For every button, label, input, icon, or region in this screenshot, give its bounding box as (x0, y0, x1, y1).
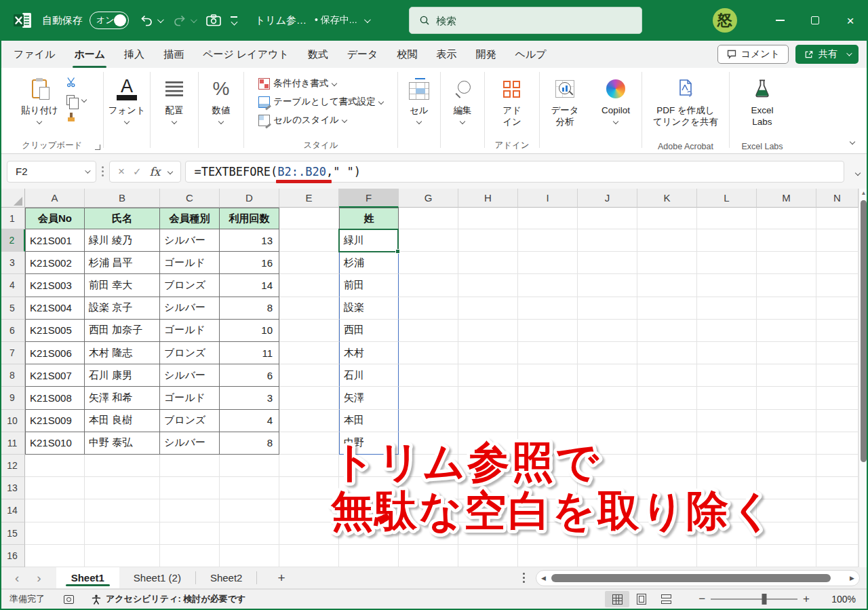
close-button[interactable]: × (833, 0, 868, 41)
tab-ファイル[interactable]: ファイル (4, 41, 64, 68)
horizontal-scroll-thumb[interactable] (551, 574, 831, 582)
undo-button[interactable] (140, 14, 162, 27)
cell-M6[interactable] (757, 320, 816, 342)
cell-L5[interactable] (697, 297, 757, 320)
tab-表示[interactable]: 表示 (427, 41, 466, 68)
row-header-4[interactable]: 4 (0, 274, 25, 297)
cell-I9[interactable] (518, 387, 578, 409)
row-header-14[interactable]: 14 (0, 499, 25, 522)
cell-G7[interactable] (399, 342, 458, 364)
column-header-B[interactable]: B (85, 189, 160, 208)
row-header-15[interactable]: 15 (0, 522, 25, 545)
cell-J2[interactable] (578, 229, 637, 252)
cell-B3[interactable]: 杉浦 昌平 (85, 252, 160, 274)
cell-J5[interactable] (578, 297, 637, 320)
cell-C8[interactable]: シルバー (160, 364, 220, 387)
cell-A5[interactable]: K21S004 (25, 297, 85, 320)
collapse-ribbon-button[interactable] (850, 134, 867, 153)
cell-H9[interactable] (458, 387, 518, 409)
search-input[interactable] (436, 15, 626, 26)
zoom-level[interactable]: 100% (825, 594, 856, 605)
row-header-3[interactable]: 3 (0, 252, 25, 274)
cell-E3[interactable] (279, 252, 339, 274)
font-menu-button[interactable]: A フォント (104, 72, 149, 140)
cell-E1[interactable] (279, 208, 339, 229)
horizontal-scrollbar[interactable]: ◀ ▶ (536, 570, 860, 586)
cell-A14[interactable] (25, 499, 85, 522)
cell-D3[interactable]: 16 (220, 252, 279, 274)
cell-D11[interactable]: 8 (220, 432, 279, 455)
row-header-11[interactable]: 11 (0, 432, 25, 455)
cell-J8[interactable] (578, 364, 637, 387)
account-avatar[interactable]: 怒 (713, 8, 737, 33)
cell-L7[interactable] (697, 342, 757, 364)
cell-I4[interactable] (518, 274, 578, 297)
cell-L9[interactable] (697, 387, 757, 409)
column-header-J[interactable]: J (578, 189, 637, 208)
cell-G8[interactable] (399, 364, 458, 387)
cell-E5[interactable] (279, 297, 339, 320)
column-header-G[interactable]: G (399, 189, 458, 208)
cell-G6[interactable] (399, 320, 458, 342)
cell-B6[interactable]: 西田 加奈子 (85, 320, 160, 342)
cell-I8[interactable] (518, 364, 578, 387)
cell-H7[interactable] (458, 342, 518, 364)
cell-N5[interactable] (816, 297, 859, 320)
cell-M3[interactable] (757, 252, 816, 274)
cell-C9[interactable]: ゴールド (160, 387, 220, 409)
excel-app-icon[interactable] (12, 10, 33, 31)
alignment-menu-button[interactable]: 配置 (161, 72, 188, 140)
cell-H6[interactable] (458, 320, 518, 342)
cell-H8[interactable] (458, 364, 518, 387)
cell-F5[interactable]: 設楽 (339, 297, 399, 320)
cell-D13[interactable] (220, 477, 279, 499)
cell-L4[interactable] (697, 274, 757, 297)
cell-D12[interactable] (220, 455, 279, 477)
cell-D15[interactable] (220, 522, 279, 545)
cell-A8[interactable]: K21S007 (25, 364, 85, 387)
sheetbar-menu-grip[interactable] (523, 573, 525, 583)
cell-D6[interactable]: 10 (220, 320, 279, 342)
cell-E4[interactable] (279, 274, 339, 297)
cell-A13[interactable] (25, 477, 85, 499)
cell-F4[interactable]: 前田 (339, 274, 399, 297)
cell-F9[interactable]: 矢澤 (339, 387, 399, 409)
autosave-toggle[interactable]: オン (90, 12, 129, 29)
cell-L1[interactable] (697, 208, 757, 229)
tab-データ[interactable]: データ (338, 41, 388, 68)
title-dropdown-icon[interactable] (363, 16, 370, 23)
zoom-slider[interactable] (711, 598, 797, 600)
row-header-5[interactable]: 5 (0, 297, 25, 320)
scroll-right-icon[interactable]: ▶ (850, 575, 854, 582)
cell-C4[interactable]: ブロンズ (160, 274, 220, 297)
cut-button[interactable] (66, 76, 86, 88)
cell-K2[interactable] (637, 229, 697, 252)
cell-B1[interactable]: 氏名 (85, 208, 160, 229)
cell-C10[interactable]: ブロンズ (160, 410, 220, 432)
cell-K7[interactable] (637, 342, 697, 364)
cell-B2[interactable]: 緑川 綾乃 (85, 229, 160, 252)
cell-C2[interactable]: シルバー (160, 229, 220, 252)
cell-C12[interactable] (160, 455, 220, 477)
cell-D4[interactable]: 14 (220, 274, 279, 297)
tab-ヘルプ[interactable]: ヘルプ (505, 41, 555, 68)
cell-K3[interactable] (637, 252, 697, 274)
cell-L3[interactable] (697, 252, 757, 274)
cell-G5[interactable] (399, 297, 458, 320)
formula-input[interactable]: =TEXTBEFORE(B2:.B20," ") (185, 161, 844, 183)
cell-B16[interactable] (85, 545, 160, 567)
confirm-entry-icon[interactable]: ✓ (133, 166, 142, 178)
row-header-13[interactable]: 13 (0, 477, 25, 499)
cell-A15[interactable] (25, 522, 85, 545)
cell-M1[interactable] (757, 208, 816, 229)
normal-view-button[interactable] (605, 591, 629, 607)
cell-N6[interactable] (816, 320, 859, 342)
row-header-9[interactable]: 9 (0, 387, 25, 409)
column-header-D[interactable]: D (220, 189, 279, 208)
cell-N9[interactable] (816, 387, 859, 409)
name-box[interactable]: F2 (7, 161, 96, 183)
cell-H5[interactable] (458, 297, 518, 320)
page-layout-view-button[interactable] (629, 591, 654, 607)
cell-L6[interactable] (697, 320, 757, 342)
cell-F2[interactable]: 緑川 (339, 229, 399, 252)
